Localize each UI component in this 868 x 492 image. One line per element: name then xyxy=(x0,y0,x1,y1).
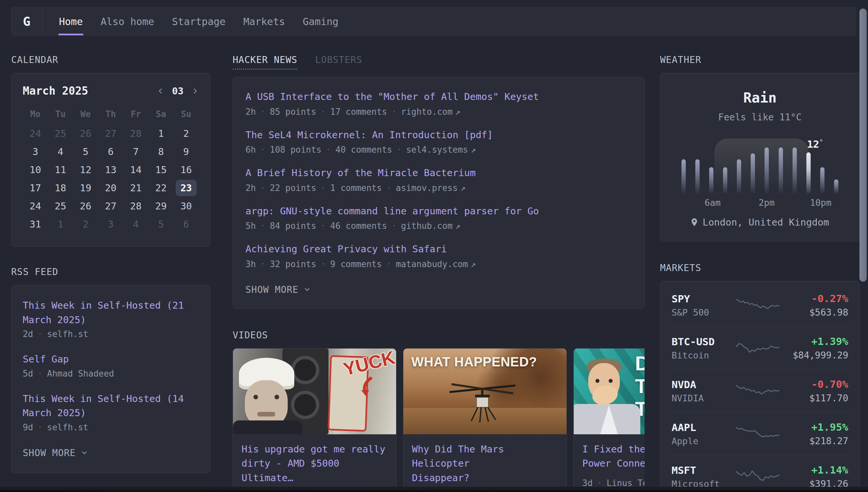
news-item-domain-link[interactable]: github.com ↗ xyxy=(401,221,461,231)
weather-bars xyxy=(679,147,841,194)
weather-bar xyxy=(834,179,838,194)
calendar-day: 26 xyxy=(73,197,98,215)
news-item: The SeL4 Microkernel: An Introduction [p… xyxy=(245,128,632,155)
thumbnail-overlay-text: WHAT HAPPENED? xyxy=(411,354,537,369)
nav-tab-markets[interactable]: Markets xyxy=(243,7,285,35)
weather-bar xyxy=(709,167,713,194)
news-item-domain-link[interactable]: righto.com ↗ xyxy=(401,107,461,117)
market-symbol-link[interactable]: NVDA xyxy=(672,378,733,390)
nav-tab-startpage[interactable]: Startpage xyxy=(172,7,226,35)
video-title-line: dirty - AMD $5000 Ultimate… xyxy=(241,457,388,485)
video-thumbnail[interactable]: YUCK xyxy=(233,348,396,434)
news-item-domain: asimov.press xyxy=(396,183,458,193)
video-title[interactable]: I Fixed the 5 Power Connect xyxy=(582,442,645,471)
market-symbol-link[interactable]: SPY xyxy=(672,293,733,305)
calendar-day: 5 xyxy=(73,143,98,161)
nav-tab-gaming[interactable]: Gaming xyxy=(303,7,338,35)
calendar-day: 6 xyxy=(98,143,123,161)
video-title[interactable]: Why Did The Mars Helicopter Disappear? xyxy=(412,442,558,485)
news-show-more-button[interactable]: SHOW MORE xyxy=(245,284,632,295)
market-name: S&P 500 xyxy=(672,308,733,318)
calendar-day: 27 xyxy=(98,197,123,215)
video-thumbnail[interactable]: DO TH T xyxy=(574,348,645,434)
calendar-day: 12 xyxy=(73,161,98,179)
mouth-graphic xyxy=(257,412,275,417)
calendar-day: 1 xyxy=(48,215,73,233)
calendar-month-title: March 2025 xyxy=(23,84,88,97)
calendar-day: 31 xyxy=(23,215,48,233)
rss-item-title[interactable]: Self Gap xyxy=(23,352,199,367)
weekday-label: Su xyxy=(174,109,199,119)
news-item-title[interactable]: A USB Interface to the "Mother of All De… xyxy=(245,90,632,104)
news-item-comments[interactable]: 9 comments xyxy=(330,259,382,269)
news-item-title[interactable]: Achieving Great Privacy with Safari xyxy=(245,242,632,256)
rss-title-line: Self Gap xyxy=(23,352,199,367)
weekday-label: Fr xyxy=(123,109,148,119)
news-source-tabs: HACKER NEWS LOBSTERS xyxy=(233,54,645,70)
calendar-day: 21 xyxy=(123,179,148,197)
separator-dot: · xyxy=(392,221,396,230)
market-symbol-link[interactable]: BTC-USD xyxy=(672,336,733,348)
weather-bar xyxy=(779,147,783,194)
market-row: NVDA NVIDIA -0.70% $117.70 xyxy=(672,369,848,412)
weather-location: London, United Kingdom xyxy=(670,217,849,228)
mars-helicopter-graphic xyxy=(440,379,525,425)
market-price: $218.27 xyxy=(782,436,848,446)
tab-hacker-news[interactable]: HACKER NEWS xyxy=(233,54,297,70)
app-logo[interactable]: G xyxy=(11,7,42,35)
news-item: argp: GNU-style command line argument pa… xyxy=(245,204,632,231)
news-item-meta: 3h · 32 points · 9 comments · matanabudy… xyxy=(245,259,632,269)
nav-tab-home[interactable]: Home xyxy=(59,7,83,35)
market-symbol-link[interactable]: MSFT xyxy=(672,464,733,476)
news-item-domain: matanabudy.com xyxy=(396,259,468,269)
calendar-month-number[interactable]: 03 xyxy=(172,85,184,97)
separator-dot: · xyxy=(260,145,265,154)
video-title[interactable]: His upgrade got me really dirty - AMD $5… xyxy=(241,442,388,485)
calendar-day: 6 xyxy=(174,215,199,233)
body-graphic xyxy=(233,420,302,434)
news-item-meta: 6h · 108 points · 40 comments · sel4.sys… xyxy=(245,145,632,155)
market-price: $563.98 xyxy=(782,307,848,318)
video-title-line: I Fixed the 5 xyxy=(582,442,645,457)
rss-card: This Week in Self-Hosted (21 March 2025)… xyxy=(11,285,210,473)
weather-bar xyxy=(820,167,824,194)
calendar-day: 28 xyxy=(123,124,148,143)
video-age: 3d xyxy=(582,478,593,488)
calendar-day: 20 xyxy=(98,179,123,197)
news-item-age: 2h xyxy=(245,183,256,193)
calendar-day: 23 xyxy=(176,180,197,196)
calendar-next-button[interactable] xyxy=(191,88,199,95)
news-item-points: 85 points xyxy=(270,107,316,117)
video-title-line: Disappear? xyxy=(412,471,558,485)
rss-item: This Week in Self-Hosted (21 March 2025)… xyxy=(23,298,199,339)
weather-hourly-chart: 12° xyxy=(679,132,841,194)
video-thumbnail[interactable]: WHAT HAPPENED? xyxy=(403,348,567,434)
news-item-title[interactable]: The SeL4 Microkernel: An Introduction [p… xyxy=(245,128,632,143)
news-item-comments[interactable]: 17 comments xyxy=(330,107,387,117)
news-item-title[interactable]: A Brief History of the Miracle Bacterium xyxy=(245,166,632,180)
news-item-domain-link[interactable]: asimov.press ↗ xyxy=(396,183,466,193)
news-item-domain-link[interactable]: sel4.systems ↗ xyxy=(406,145,476,155)
news-item-comments[interactable]: 46 comments xyxy=(330,221,387,231)
chevron-left-icon xyxy=(157,88,164,95)
tab-lobsters[interactable]: LOBSTERS xyxy=(315,54,362,69)
news-item-comments[interactable]: 1 comments xyxy=(330,183,382,193)
news-item-domain: github.com xyxy=(401,221,453,231)
calendar-day: 25 xyxy=(48,124,73,143)
calendar-widget: CALENDAR March 2025 03 Mo xyxy=(11,54,210,247)
news-item-points: 108 points xyxy=(270,145,322,155)
rss-item-title[interactable]: This Week in Self-Hosted (14 March 2025) xyxy=(23,392,199,420)
news-item-domain-link[interactable]: matanabudy.com ↗ xyxy=(396,259,476,269)
market-symbol-link[interactable]: AAPL xyxy=(672,421,733,433)
separator-dot: · xyxy=(321,183,325,193)
scrollbar-thumb[interactable] xyxy=(860,8,867,281)
news-item-title[interactable]: argp: GNU-style command line argument pa… xyxy=(245,204,632,219)
news-item-comments[interactable]: 40 comments xyxy=(336,145,392,155)
fan-graphic xyxy=(291,391,319,419)
calendar-prev-button[interactable] xyxy=(157,88,164,95)
market-sparkline xyxy=(733,425,782,443)
nav-tab-also-home[interactable]: Also home xyxy=(101,7,154,35)
rss-item-title[interactable]: This Week in Self-Hosted (21 March 2025) xyxy=(23,298,199,327)
rss-show-more-button[interactable]: SHOW MORE xyxy=(23,447,199,458)
show-more-label: SHOW MORE xyxy=(23,447,76,458)
